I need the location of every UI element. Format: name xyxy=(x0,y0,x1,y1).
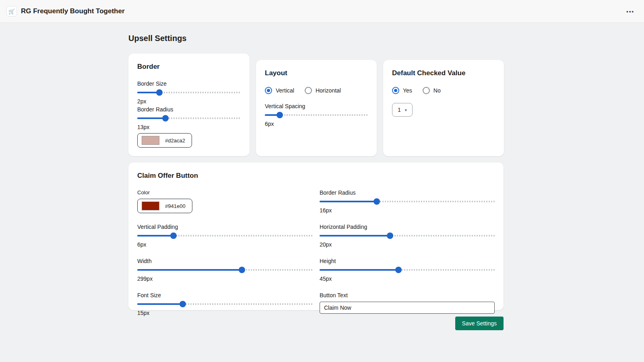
claim-height-label: Height xyxy=(320,258,495,264)
radio-icon[interactable] xyxy=(305,87,312,94)
border-radius-field: Border Radius 13px xyxy=(137,106,241,130)
slider-fill xyxy=(137,235,173,237)
radio-label: Horizontal xyxy=(316,87,341,94)
claim-vertical-padding-slider[interactable] xyxy=(137,232,312,239)
radio-icon[interactable] xyxy=(423,87,430,94)
default-value-dropdown[interactable]: 1 ▾ xyxy=(392,103,413,117)
vertical-spacing-field: Vertical Spacing 6px xyxy=(265,103,368,127)
slider-thumb[interactable] xyxy=(239,267,245,273)
border-size-slider[interactable] xyxy=(137,89,241,96)
layout-settings-card: Layout Vertical Horizontal Vertical Spac… xyxy=(256,60,377,156)
chevron-down-icon: ▾ xyxy=(405,108,407,112)
radio-icon[interactable] xyxy=(265,87,272,94)
border-radius-slider[interactable] xyxy=(137,115,241,122)
claim-vertical-padding-field: Vertical Padding 6px xyxy=(137,224,312,248)
border-radius-value: 13px xyxy=(137,124,241,130)
default-checked-radio-no[interactable]: No xyxy=(423,87,441,94)
page-title: Upsell Settings xyxy=(128,34,504,43)
border-size-label: Border Size xyxy=(137,80,241,87)
claim-color-field: Color #941e00 xyxy=(137,189,312,215)
slider-fill xyxy=(137,269,242,271)
border-card-title: Border xyxy=(137,63,241,71)
slider-thumb[interactable] xyxy=(387,232,393,239)
slider-thumb[interactable] xyxy=(180,301,186,307)
slider-fill xyxy=(137,303,183,305)
vertical-spacing-slider[interactable] xyxy=(265,111,368,119)
claim-horizontal-padding-field: Horizontal Padding 20px xyxy=(320,224,495,248)
slider-thumb[interactable] xyxy=(277,112,283,118)
claim-settings-grid: Color #941e00 Border Radius 16px Vertica… xyxy=(137,189,495,318)
app-title: RG Frequently Bought Together xyxy=(21,7,125,15)
border-size-field: Border Size 2px xyxy=(137,80,241,105)
button-text-input[interactable] xyxy=(320,302,495,314)
more-actions-icon[interactable]: ••• xyxy=(624,7,637,16)
save-settings-button[interactable]: Save Settings xyxy=(455,317,504,330)
layout-radio-group: Vertical Horizontal xyxy=(265,87,368,94)
app-header: 🛒 RG Frequently Bought Together ••• xyxy=(0,0,644,23)
claim-width-value: 299px xyxy=(137,276,312,282)
claim-width-slider[interactable] xyxy=(137,266,312,274)
slider-fill xyxy=(320,201,377,202)
border-radius-label: Border Radius xyxy=(137,106,241,113)
claim-vertical-padding-value: 6px xyxy=(137,241,312,248)
claim-horizontal-padding-slider[interactable] xyxy=(320,232,495,239)
slider-thumb[interactable] xyxy=(170,232,177,239)
claim-border-radius-field: Border Radius 16px xyxy=(320,189,495,214)
layout-radio-vertical[interactable]: Vertical xyxy=(265,87,294,94)
radio-label: No xyxy=(433,87,441,94)
radio-label: Vertical xyxy=(276,87,294,94)
claim-border-radius-slider[interactable] xyxy=(320,198,495,205)
settings-cards-row: Border Border Size 2px Border Radius 13p… xyxy=(128,53,504,156)
default-checked-radio-yes[interactable]: Yes xyxy=(392,87,412,94)
save-row: Save Settings xyxy=(128,317,504,330)
claim-height-field: Height 45px xyxy=(320,258,495,282)
default-checked-title: Default Checked Value xyxy=(392,69,495,77)
claim-font-size-field: Font Size 15px xyxy=(137,292,312,316)
border-size-value: 2px xyxy=(137,98,241,105)
radio-icon[interactable] xyxy=(392,87,399,94)
slider-thumb[interactable] xyxy=(156,89,163,96)
default-checked-radio-group: Yes No xyxy=(392,87,495,94)
border-color-picker[interactable]: #d2aca2 xyxy=(137,133,192,148)
claim-horizontal-padding-label: Horizontal Padding xyxy=(320,224,495,230)
claim-height-slider[interactable] xyxy=(320,266,495,274)
claim-color-label: Color xyxy=(137,189,312,195)
app-identity: 🛒 RG Frequently Bought Together xyxy=(6,6,125,16)
claim-horizontal-padding-value: 20px xyxy=(320,241,495,248)
claim-width-field: Width 299px xyxy=(137,258,312,282)
settings-page: Upsell Settings Border Border Size 2px B… xyxy=(128,23,504,330)
claim-font-size-slider[interactable] xyxy=(137,300,312,308)
app-logo-icon: 🛒 xyxy=(6,6,17,16)
border-settings-card: Border Border Size 2px Border Radius 13p… xyxy=(128,53,250,156)
claim-vertical-padding-label: Vertical Padding xyxy=(137,224,312,230)
radio-label: Yes xyxy=(403,87,412,94)
slider-thumb[interactable] xyxy=(395,267,402,273)
claim-height-value: 45px xyxy=(320,276,495,282)
claim-offer-button-card: Claim Offer Button Color #941e00 Border … xyxy=(128,162,504,310)
slider-fill xyxy=(137,117,165,119)
claim-border-radius-label: Border Radius xyxy=(320,189,495,196)
layout-radio-horizontal[interactable]: Horizontal xyxy=(305,87,341,94)
claim-color-picker[interactable]: #941e00 xyxy=(137,199,192,213)
dropdown-selected-value: 1 xyxy=(398,107,401,113)
layout-card-title: Layout xyxy=(265,69,368,77)
claim-color-swatch xyxy=(142,202,159,210)
vertical-spacing-value: 6px xyxy=(265,121,368,127)
claim-font-size-label: Font Size xyxy=(137,292,312,298)
button-text-label: Button Text xyxy=(320,292,495,298)
slider-fill xyxy=(320,235,390,237)
slider-thumb[interactable] xyxy=(374,198,380,205)
claim-card-title: Claim Offer Button xyxy=(137,172,495,180)
default-checked-card: Default Checked Value Yes No 1 ▾ xyxy=(383,60,504,156)
border-color-hex: #d2aca2 xyxy=(165,138,185,144)
claim-font-size-value: 15px xyxy=(137,310,312,316)
border-color-swatch xyxy=(142,136,159,145)
claim-width-label: Width xyxy=(137,258,312,264)
slider-thumb[interactable] xyxy=(162,115,169,121)
claim-button-text-field: Button Text xyxy=(320,292,495,318)
claim-color-hex: #941e00 xyxy=(165,203,186,209)
slider-fill xyxy=(320,269,398,271)
claim-border-radius-value: 16px xyxy=(320,207,495,214)
vertical-spacing-label: Vertical Spacing xyxy=(265,103,368,109)
